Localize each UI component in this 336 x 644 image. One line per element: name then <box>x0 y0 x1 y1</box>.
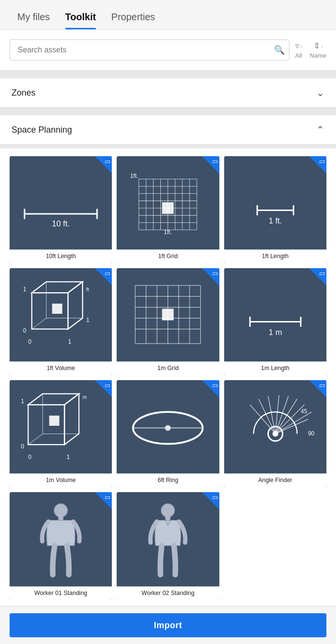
asset-thumb-angle-finder: ▭ <box>224 380 326 473</box>
svg-point-89 <box>161 503 175 517</box>
thumb-svg-angle-finder: 45 90 <box>232 387 319 466</box>
thumb-svg-1m-grid <box>124 275 211 354</box>
zones-chevron-icon: ⌄ <box>316 87 324 99</box>
thumb-svg-1m-volume: 1 0 0 1 m <box>17 387 104 466</box>
sort-button[interactable]: ⇕ › Name <box>310 41 326 59</box>
svg-text:0: 0 <box>23 328 26 334</box>
zones-title: Zones <box>12 88 36 98</box>
filter-label: All <box>295 52 302 59</box>
asset-card-1ft-length[interactable]: ▭ 1 ft. 1ft Length <box>224 156 326 263</box>
search-icon-button[interactable]: 🔍 <box>274 45 285 55</box>
space-planning-section-header[interactable]: Space Planning ⌃ <box>0 115 336 145</box>
svg-marker-61 <box>64 394 79 445</box>
svg-line-32 <box>32 318 46 329</box>
svg-rect-88 <box>59 516 63 520</box>
asset-thumb-1ft-volume: ▭ 1 0 0 <box>10 268 112 361</box>
asset-label-6ft-ring: 6ft Ring <box>117 473 219 487</box>
asset-grid-section: ▭ 10 ft. 10ft Length ▭ 1ft. <box>0 149 336 608</box>
thumb-svg-1ft-length: 1 ft. <box>232 163 319 243</box>
svg-marker-28 <box>32 293 68 330</box>
asset-label-worker-02: Worker 02 Standing <box>117 586 219 600</box>
asset-card-1ft-grid[interactable]: ▭ 1ft. <box>117 156 219 263</box>
asset-thumb-worker-02: ▭ <box>117 492 219 586</box>
asset-card-1m-grid[interactable]: ▭ <box>117 268 219 375</box>
thumb-svg-1ft-volume: 1 0 0 1 ft 1 <box>17 275 104 354</box>
asset-thumb-1m-length: ▭ 1 m <box>224 268 326 361</box>
cube-icon: ▭ <box>105 270 110 277</box>
asset-card-1m-length[interactable]: ▭ 1 m 1m Length <box>224 268 326 375</box>
asset-label-angle-finder: Angle Finder <box>224 473 326 487</box>
asset-label-10ft-length: 10ft Length <box>10 249 112 263</box>
asset-label-1m-length: 1m Length <box>224 361 326 375</box>
filter-icon: ▿ <box>295 41 300 51</box>
tab-toolkit[interactable]: Toolkit <box>58 6 104 29</box>
tab-my-files[interactable]: My files <box>10 6 58 29</box>
svg-text:1ft.: 1ft. <box>130 172 138 179</box>
sort-chevron: › <box>321 43 323 49</box>
svg-line-63 <box>28 434 43 445</box>
cube-icon: ▭ <box>105 494 110 501</box>
asset-label-1ft-length: 1ft Length <box>224 249 326 263</box>
svg-rect-65 <box>49 416 59 426</box>
svg-text:1: 1 <box>21 398 24 405</box>
thumb-svg-worker-02 <box>124 499 211 580</box>
cube-icon: ▭ <box>105 158 110 165</box>
import-button[interactable]: Import <box>10 613 326 637</box>
import-bar: Import <box>0 606 336 644</box>
filter-chevron: › <box>300 43 302 49</box>
thumb-svg-6ft-ring <box>124 387 211 466</box>
cube-icon: ▭ <box>212 158 218 165</box>
asset-label-worker-01: Worker 01 Standing <box>10 586 112 600</box>
filter-button[interactable]: ▿ › All <box>295 41 302 59</box>
svg-line-81 <box>259 399 276 434</box>
asset-card-angle-finder[interactable]: ▭ <box>224 380 326 487</box>
svg-text:1: 1 <box>23 286 26 293</box>
cube-icon: ▭ <box>319 270 325 277</box>
svg-text:ft: ft <box>86 287 89 293</box>
asset-card-worker-02[interactable]: ▭ <box>117 492 219 600</box>
svg-rect-54 <box>162 309 174 321</box>
cube-icon: ▭ <box>212 494 218 501</box>
svg-marker-30 <box>68 282 83 329</box>
asset-thumb-1m-volume: ▭ 1 0 0 1 m <box>10 380 112 473</box>
svg-text:45: 45 <box>300 409 307 415</box>
asset-label-1m-grid: 1m Grid <box>117 361 219 375</box>
svg-text:0: 0 <box>21 443 24 450</box>
svg-rect-90 <box>166 516 170 520</box>
zones-section-header[interactable]: Zones ⌄ <box>0 78 336 108</box>
cube-icon: ▭ <box>319 382 325 389</box>
asset-card-1m-volume[interactable]: ▭ 1 0 0 1 m <box>10 380 112 487</box>
tabs-bar: My files Toolkit Properties <box>0 0 336 30</box>
cube-icon: ▭ <box>319 158 325 165</box>
cube-icon: ▭ <box>105 382 110 389</box>
svg-text:0: 0 <box>28 454 32 461</box>
svg-text:0: 0 <box>28 338 32 345</box>
svg-point-87 <box>54 503 68 517</box>
cube-icon: ▭ <box>212 270 218 277</box>
sort-icon: ⇕ <box>313 41 320 51</box>
svg-text:1ft.: 1ft. <box>164 229 172 235</box>
svg-text:1: 1 <box>67 454 70 461</box>
asset-thumb-10ft-length: ▭ 10 ft. <box>10 156 112 249</box>
space-planning-title: Space Planning <box>12 125 72 135</box>
asset-thumb-6ft-ring: ▭ <box>117 380 219 473</box>
thumb-svg-worker-01 <box>17 499 104 580</box>
tab-properties[interactable]: Properties <box>104 6 163 29</box>
asset-card-10ft-length[interactable]: ▭ 10 ft. 10ft Length <box>10 156 112 263</box>
svg-rect-22 <box>162 202 174 213</box>
svg-rect-34 <box>52 304 62 314</box>
asset-card-worker-01[interactable]: ▭ <box>10 492 112 600</box>
asset-card-1ft-volume[interactable]: ▭ 1 0 0 <box>10 268 112 375</box>
svg-point-73 <box>165 425 171 431</box>
asset-label-1ft-volume: 1ft Volume <box>10 361 112 375</box>
search-input[interactable] <box>10 39 289 61</box>
svg-text:10 ft.: 10 ft. <box>52 219 70 228</box>
cube-icon: ▭ <box>212 382 218 389</box>
svg-point-84 <box>272 431 278 437</box>
sort-label: Name <box>310 52 326 59</box>
space-planning-chevron-icon: ⌃ <box>316 124 324 136</box>
asset-thumb-1ft-length: ▭ 1 ft. <box>224 156 326 249</box>
asset-card-6ft-ring[interactable]: ▭ 6ft Ring <box>117 380 219 487</box>
asset-thumb-1ft-grid: ▭ 1ft. <box>117 156 219 249</box>
search-row: 🔍 ▿ › All ⇕ › Name <box>10 39 326 61</box>
